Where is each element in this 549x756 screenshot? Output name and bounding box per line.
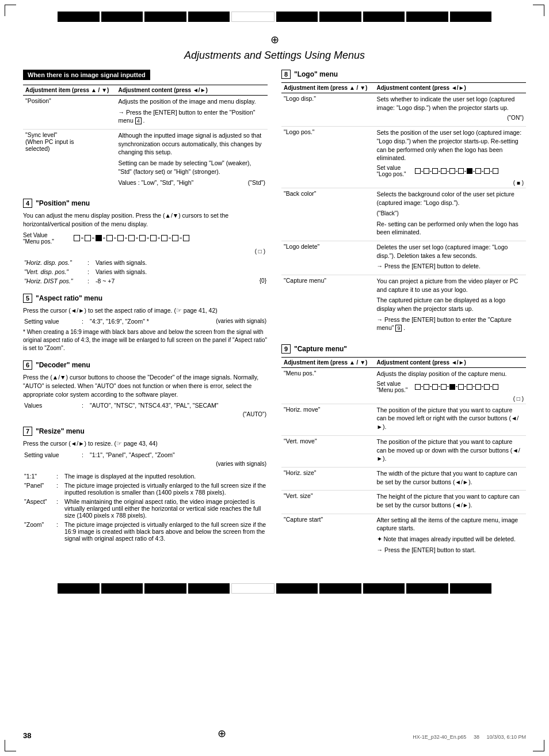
bottom-bar-block: [58, 583, 100, 594]
slider-box: [493, 384, 498, 390]
bracket-value: ( □ ): [23, 248, 268, 254]
set-value-label: Set Value"Menu pos.": [23, 232, 69, 245]
left-column: When there is no image signal inputted A…: [23, 70, 268, 566]
table-row: "Aspect" : While maintaining the origina…: [23, 497, 268, 520]
table-row: "Vert. move" The position of the picture…: [281, 435, 526, 467]
top-bar-block: [406, 12, 448, 22]
top-bar-block: [188, 12, 230, 22]
item-label: "Vert. move": [281, 435, 375, 467]
section-9: 9 "Capture menu" Adjustment item (press …: [281, 344, 526, 558]
top-bar-block: [58, 12, 100, 22]
top-bar-block: [276, 12, 318, 22]
table-header-col1: Adjustment item (press ▲ / ▼): [23, 85, 116, 96]
item-label: "Vert. size": [281, 491, 375, 514]
item-default: ("AUTO"): [89, 410, 268, 419]
decoder-values-table: Values : "AUTO", "NTSC", "NTSC4.43", "PA…: [23, 401, 268, 419]
page-title: Adjustments and Settings Using Menus: [23, 50, 526, 62]
slider-box: [467, 384, 472, 390]
bottom-bar-block: [319, 583, 361, 594]
bottom-bar-block: [231, 583, 274, 594]
table-row: Values : "AUTO", "NTSC", "NTSC4.43", "PA…: [23, 401, 268, 410]
bottom-bar-block: [406, 583, 448, 594]
table-row: "Position" Adjusts the position of the i…: [23, 96, 268, 130]
resize-setting-table: Setting value : "1:1", "Panel", "Aspect"…: [23, 450, 268, 468]
crosshair-bottom: ⊕: [218, 727, 226, 740]
table-row: "Vert. disp. pos." : Varies with signals…: [23, 267, 268, 276]
top-bar-block: [363, 12, 405, 22]
slider-box-selected: [96, 235, 102, 241]
slider-box: [424, 384, 429, 390]
top-bar-block: [101, 12, 143, 22]
item-label: "1:1": [23, 472, 55, 481]
content-area: When there is no image signal inputted A…: [23, 70, 526, 566]
top-decorative-bar: [23, 12, 526, 22]
bottom-decorative-bar: [23, 583, 526, 594]
section-6-title: 6 "Decoder" menu: [23, 360, 268, 370]
table-row: "Capture start" After setting all the it…: [281, 514, 526, 558]
item-content: Adjusts the display position of the capt…: [375, 368, 527, 404]
colon: :: [55, 481, 63, 497]
table-row: "Sync level"(When PC input isselected) A…: [23, 130, 268, 191]
set-value-area: Set Value"Menu pos.": [23, 232, 268, 245]
table-row: "Horiz. size" The width of the picture t…: [281, 467, 526, 490]
table-header-col1: Adjustment item (press ▲ / ▼): [281, 358, 375, 368]
section-6-desc: Press the (▲/▼) cursor buttons to choose…: [23, 373, 268, 398]
section-5: 5 "Aspect ratio" menu Press the cursor (…: [23, 294, 268, 353]
table-row: "Vert. size" The height of the picture t…: [281, 491, 526, 514]
colon: :: [55, 497, 63, 520]
section-5-label: "Aspect ratio" menu: [36, 294, 102, 302]
item-label: "Capture start": [281, 514, 375, 558]
item-label: "Back color": [281, 188, 375, 241]
item-label: Values: [23, 401, 81, 410]
slider-box: [458, 168, 464, 174]
bracket-value: ( ■ ): [377, 180, 524, 186]
slider-box: [432, 384, 438, 390]
table-row: (varies with signals): [23, 459, 268, 468]
table-row: "Menu pos." Adjusts the display position…: [281, 368, 526, 404]
footer: 38 ⊕ HX-1E_p32-40_En.p65 38 10/3/03, 6:1…: [23, 727, 526, 740]
item-label: "Position": [23, 96, 116, 130]
item-content: The width of the picture that you want t…: [375, 467, 527, 490]
item-content: The height of the picture that you want …: [375, 491, 527, 514]
page-number: 38: [23, 731, 31, 740]
item-content: Deletes the user set logo (captured imag…: [375, 241, 527, 275]
slider-box: [475, 168, 481, 174]
logo-table: Adjustment item (press ▲ / ▼) Adjustment…: [281, 82, 526, 336]
item-content: Although the inputted image signal is ad…: [116, 130, 268, 191]
slider-box: [441, 384, 447, 390]
slider-box: [150, 235, 157, 241]
item-content: Sets whether to indicate the user set lo…: [375, 93, 527, 127]
logo-slider-area: Set value"Logo pos.": [377, 165, 524, 177]
section-6-num: 6: [23, 360, 32, 370]
bottom-bar-block: [363, 583, 405, 594]
right-column: 8 "Logo" menu Adjustment item (press ▲ /…: [281, 70, 526, 566]
section-7-label: "Resize" menu: [36, 427, 85, 435]
section-no-signal-header: When there is no image signal inputted: [23, 70, 150, 80]
item-label: "Panel": [23, 481, 55, 497]
corner-mark-tl: [5, 5, 16, 16]
item-content: The position of the picture that you wan…: [375, 435, 527, 467]
item-value: Varies with signals.: [94, 258, 242, 267]
slider-box-selected: [449, 384, 455, 390]
item-content: After setting all the items of the captu…: [375, 514, 527, 558]
item-note: (varies with signals): [89, 459, 268, 468]
section-7-desc: Press the cursor (◄/►) to resize. (☞ pag…: [23, 439, 268, 448]
colon: :: [55, 472, 63, 481]
footer-info: HX-1E_p32-40_En.p65 38 10/3/03, 6:10 PM: [413, 734, 526, 740]
item-label: "Vert. disp. pos.": [23, 267, 86, 276]
table-row: "Horiz. DIST pos." : -8 ~ +7 {0}: [23, 276, 268, 286]
position-items-table: "Horiz. disp. pos." : Varies with signal…: [23, 258, 268, 286]
bracket-value: ( □ ): [377, 396, 524, 402]
colon: :: [55, 520, 63, 543]
item-value: The picture image projected is virtually…: [63, 520, 268, 543]
item-label: "Horiz. DIST pos.": [23, 276, 86, 286]
item-value: Varies with signals.: [94, 267, 242, 276]
corner-mark-tr: [533, 5, 544, 16]
slider-box: [85, 235, 91, 241]
item-content: Adjusts the position of the image and me…: [116, 96, 268, 130]
slider-box: [475, 384, 481, 390]
footer-date: 10/3/03, 6:10 PM: [486, 734, 526, 740]
slider-box: [139, 235, 146, 241]
section-9-title: 9 "Capture menu": [281, 344, 526, 354]
item-value: "1:1", "Panel", "Aspect", "Zoom": [89, 450, 268, 459]
